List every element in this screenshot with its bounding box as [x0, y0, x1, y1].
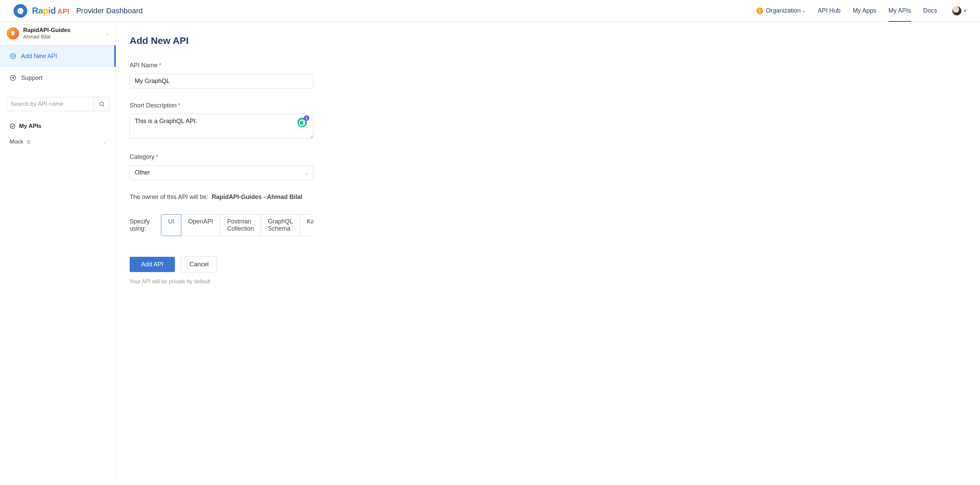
sidebar-item-support[interactable]: Support [0, 67, 116, 89]
sidebar-item-label: Support [21, 75, 43, 82]
rapidapi-logo-icon [14, 4, 27, 17]
org-icon [7, 27, 19, 40]
svg-rect-4 [27, 142, 30, 143]
grammarly-badge: 1 [304, 115, 309, 121]
grammarly-icon[interactable]: 1 [297, 117, 307, 127]
top-header: Rapid API Provider Dashboard ! Organizat… [0, 0, 980, 22]
org-switcher[interactable]: RapidAPI-Guides Ahmad Bilal ⌃ [0, 22, 116, 45]
warning-icon: ! [756, 8, 763, 14]
specify-option-openapi[interactable]: OpenAPI [181, 214, 220, 236]
tree-item-mock[interactable]: Mock ⌃ [0, 136, 116, 148]
search-bar [6, 97, 110, 111]
sidebar-item-label: Add New API [21, 53, 57, 60]
plus-circle-icon [10, 53, 16, 59]
svg-point-3 [10, 124, 15, 129]
sidebar: RapidAPI-Guides Ahmad Bilal ⌃ Add New AP… [0, 22, 116, 485]
user-menu[interactable]: ▾ [952, 6, 966, 16]
my-apis-heading-label: My APIs [19, 123, 41, 130]
check-circle-icon [10, 123, 16, 129]
select-category[interactable]: Other ⌃ [130, 165, 313, 180]
specify-label: Specify using: [130, 218, 156, 232]
specify-option-kafka[interactable]: Kafka [300, 214, 313, 236]
label-api-name: API Name* [130, 62, 313, 69]
search-button[interactable] [94, 97, 109, 111]
my-apis-heading: My APIs [0, 111, 116, 136]
avatar [952, 6, 962, 16]
tree-item-label: Mock [10, 138, 24, 145]
chevron-down-icon: ⌃ [105, 31, 109, 36]
select-category-value: Other [135, 169, 150, 176]
label-category: Category* [130, 153, 313, 161]
svg-point-1 [11, 75, 16, 81]
add-api-button[interactable]: Add API [130, 257, 175, 272]
rapidapi-wordmark: Rapid API [32, 5, 69, 16]
label-short-desc: Short Description* [130, 102, 313, 109]
user-name: Ahmad Bilal [23, 34, 70, 40]
sidebar-item-add-new-api[interactable]: Add New API [0, 45, 116, 67]
compass-icon [10, 75, 16, 81]
chevron-down-icon: ⌃ [103, 140, 106, 144]
search-input[interactable] [6, 97, 94, 111]
nav-api-hub[interactable]: API Hub [818, 7, 840, 14]
specify-option-postman[interactable]: Postman Collection [220, 214, 261, 236]
nav-organization[interactable]: ! Organization ⌄ [756, 7, 805, 14]
nav-my-apps[interactable]: My Apps [853, 7, 876, 14]
input-short-desc[interactable] [130, 114, 313, 138]
nav-organization-label: Organization [766, 7, 801, 14]
dashboard-title: Provider Dashboard [76, 6, 143, 15]
owner-value: RapidAPI-Guides - Ahmad Bilal [212, 194, 302, 200]
svg-point-2 [100, 102, 103, 106]
chevron-down-icon: ⌄ [802, 8, 805, 13]
org-name: RapidAPI-Guides [23, 27, 70, 34]
specify-option-ui[interactable]: UI [161, 214, 181, 236]
caret-down-icon: ▾ [964, 8, 966, 14]
owner-line: The owner of this API will be: RapidAPI-… [130, 194, 313, 201]
page-title: Add New API [130, 35, 966, 46]
input-api-name[interactable] [130, 74, 313, 88]
nav-docs[interactable]: Docs [923, 7, 937, 14]
search-icon [99, 101, 105, 107]
main-content: Add New API API Name* Short Description* [116, 22, 980, 485]
nav-my-apis[interactable]: My APIs [888, 7, 911, 22]
lock-icon [26, 140, 31, 144]
privacy-hint: Your API will be private by default [130, 278, 313, 285]
specify-segmented: UI OpenAPI Postman Collection GraphQL Sc… [161, 214, 313, 236]
chevron-down-icon: ⌃ [305, 170, 308, 175]
cancel-button[interactable]: Cancel [181, 256, 217, 272]
specify-option-graphql[interactable]: GraphQL Schema [261, 214, 300, 236]
brand[interactable]: Rapid API Provider Dashboard [14, 4, 143, 17]
